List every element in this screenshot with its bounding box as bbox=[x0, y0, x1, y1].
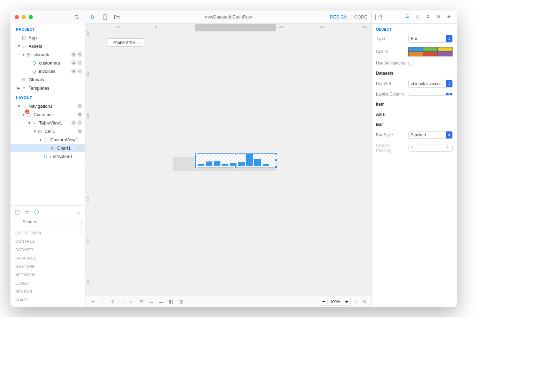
tree-navigation1[interactable]: ▼▭ Navigation1 + bbox=[10, 102, 85, 110]
more-icon[interactable]: ⋯ bbox=[77, 69, 82, 74]
axis-section[interactable]: Axis bbox=[372, 109, 457, 119]
animations-checkbox[interactable] bbox=[408, 61, 413, 66]
tree-label: Globals bbox=[29, 77, 44, 82]
layout-icon[interactable]: ◨ bbox=[178, 299, 184, 305]
templates-icon: ≡ bbox=[21, 85, 27, 91]
color-palette[interactable] bbox=[408, 47, 453, 56]
chevron-down-icon[interactable]: ⌄ bbox=[75, 209, 82, 215]
layout-icon[interactable]: ▭ bbox=[148, 299, 154, 305]
zoom-in-button[interactable]: + bbox=[343, 298, 350, 305]
category-object[interactable]: OBJECT bbox=[14, 279, 82, 287]
preview-tab-icon[interactable]: ◉ bbox=[447, 14, 453, 20]
resize-handle[interactable] bbox=[275, 152, 277, 155]
tree-customers[interactable]: Q customers ▸⋯ bbox=[10, 59, 85, 67]
barstyle-select[interactable]: Stacked▲▼ bbox=[408, 131, 453, 139]
align-icon[interactable]: ⫟ bbox=[90, 299, 96, 305]
category-collection[interactable]: COLLECTION bbox=[14, 229, 82, 237]
tree-label: App bbox=[29, 35, 37, 40]
resize-handle[interactable] bbox=[194, 166, 197, 168]
tree-tableview1[interactable]: ▼≡ TableView1 +⋯ bbox=[10, 119, 85, 127]
category-database[interactable]: DATABASE bbox=[14, 254, 82, 262]
resize-handle[interactable] bbox=[275, 159, 277, 161]
properties-tab-icon[interactable]: ☰ bbox=[405, 14, 412, 20]
tree-globals[interactable]: ⊕ Globals bbox=[10, 75, 85, 84]
layout-icon[interactable]: ▬ bbox=[158, 299, 164, 305]
tree-leftaction1[interactable]: ⟨⟩ LeftAction1 bbox=[10, 152, 85, 160]
resize-handle[interactable] bbox=[194, 152, 197, 155]
folder-icon: ▭ bbox=[21, 43, 27, 49]
library-tab-3[interactable]: ⬡ bbox=[33, 209, 40, 215]
resize-handle[interactable] bbox=[194, 159, 197, 161]
align-icon[interactable]: ⊓ bbox=[138, 299, 145, 305]
layout-icon[interactable]: ◧ bbox=[168, 299, 174, 305]
dataset-label: DataSet bbox=[376, 81, 406, 86]
category-dataset[interactable]: DATASET bbox=[14, 246, 82, 254]
resize-handle[interactable] bbox=[275, 166, 277, 168]
align-icon[interactable]: ⫠ bbox=[99, 299, 106, 305]
maximize-window-button[interactable] bbox=[29, 15, 33, 19]
align-icon[interactable]: ⫏ bbox=[119, 299, 125, 305]
play-icon[interactable]: ▸ bbox=[71, 69, 76, 74]
play-icon[interactable]: ▸ bbox=[71, 60, 76, 65]
category-network[interactable]: NETWORK bbox=[14, 271, 82, 279]
more-icon[interactable]: ⋯ bbox=[77, 120, 82, 125]
category-sensor[interactable]: SENSOR bbox=[14, 287, 82, 296]
tree-label: Customer bbox=[33, 112, 53, 117]
left-sidebar: PROJECT ⊞ App ▼▭ Assets ▼▤ chinook +⋯ Q … bbox=[10, 10, 85, 307]
inspector-panel: LOG ☰ ◫ ✿ ⌘ ◉ OBJECT Type Bar▲▼ Colors U… bbox=[371, 10, 457, 307]
minimize-window-button[interactable] bbox=[22, 15, 26, 19]
add-icon[interactable]: + bbox=[77, 129, 82, 134]
resize-handle[interactable] bbox=[234, 152, 237, 155]
category-gesture[interactable]: GESTURE bbox=[14, 262, 82, 271]
design-canvas[interactable]: iPhone X/XS bbox=[93, 31, 371, 296]
actions-tab-icon[interactable]: ⌘ bbox=[437, 14, 443, 20]
device-selector[interactable]: iPhone X/XS bbox=[107, 38, 144, 47]
rotate-icon[interactable]: ⟲ bbox=[361, 299, 367, 305]
device-icon[interactable] bbox=[101, 14, 108, 21]
geometry-tab-icon[interactable]: ◫ bbox=[416, 14, 422, 20]
add-icon[interactable]: + bbox=[77, 112, 82, 117]
category-control[interactable]: CONTROL bbox=[14, 237, 82, 246]
folder-icon[interactable] bbox=[113, 14, 120, 21]
labels-column-select[interactable]: ▲▼ bbox=[408, 93, 453, 96]
tree-templates[interactable]: ▶≡ Templates bbox=[10, 84, 85, 92]
tree-customer[interactable]: ▼▢ 1 Customer + bbox=[10, 110, 85, 119]
fit-icon[interactable]: ○ bbox=[353, 299, 359, 305]
more-icon[interactable]: ⋯ bbox=[77, 52, 82, 57]
design-tab[interactable]: DESIGN bbox=[330, 14, 347, 20]
close-window-button[interactable] bbox=[15, 15, 19, 19]
library-tab-2[interactable]: ▭ bbox=[24, 209, 30, 215]
resize-handle[interactable] bbox=[234, 166, 237, 168]
library-tab-1[interactable]: ▢ bbox=[14, 209, 20, 215]
align-icon[interactable]: ⫐ bbox=[129, 299, 135, 305]
more-icon[interactable]: ⋯ bbox=[77, 60, 82, 65]
appearance-tab-icon[interactable]: ✿ bbox=[426, 14, 432, 20]
category-shape[interactable]: SHAPE bbox=[14, 296, 82, 304]
add-icon[interactable]: + bbox=[71, 120, 76, 125]
library-search-input[interactable] bbox=[14, 218, 82, 226]
item-section[interactable]: Item bbox=[372, 99, 457, 109]
code-tab[interactable]: CODE bbox=[354, 14, 367, 20]
padding-input[interactable]: 0▲▼ bbox=[408, 144, 453, 152]
add-icon[interactable]: + bbox=[77, 104, 82, 108]
bar-section[interactable]: Bar bbox=[372, 119, 457, 129]
tree-assets[interactable]: ▼▭ Assets bbox=[10, 42, 85, 50]
zoom-out-button[interactable]: − bbox=[320, 298, 327, 305]
tree-customview1[interactable]: ▼◌ CustomView1 bbox=[10, 135, 85, 144]
bar bbox=[263, 164, 269, 166]
type-select[interactable]: Bar▲▼ bbox=[408, 35, 453, 43]
log-button[interactable]: LOG bbox=[375, 14, 382, 20]
tree-app[interactable]: ⊞ App bbox=[10, 33, 85, 42]
db-icon: ▤ bbox=[26, 52, 31, 57]
tree-cell1[interactable]: ▼⊡ Cell1 + bbox=[10, 127, 85, 135]
align-icon[interactable]: ⊹ bbox=[109, 299, 115, 305]
tree-invoices[interactable]: Q invoices ▸⋯ bbox=[10, 67, 85, 75]
add-icon[interactable]: + bbox=[71, 52, 76, 57]
more-icon[interactable]: ⋯ bbox=[77, 145, 82, 150]
tree-chinook[interactable]: ▼▤ chinook +⋯ bbox=[10, 50, 85, 59]
tree-chart1[interactable]: ◴ Chart1 ⋯ bbox=[10, 144, 85, 152]
search-icon[interactable] bbox=[73, 13, 81, 21]
dataset-select[interactable]: chinook.invoices▲▼ bbox=[408, 80, 453, 88]
run-button[interactable] bbox=[90, 14, 97, 21]
chart1-object[interactable] bbox=[195, 153, 276, 167]
